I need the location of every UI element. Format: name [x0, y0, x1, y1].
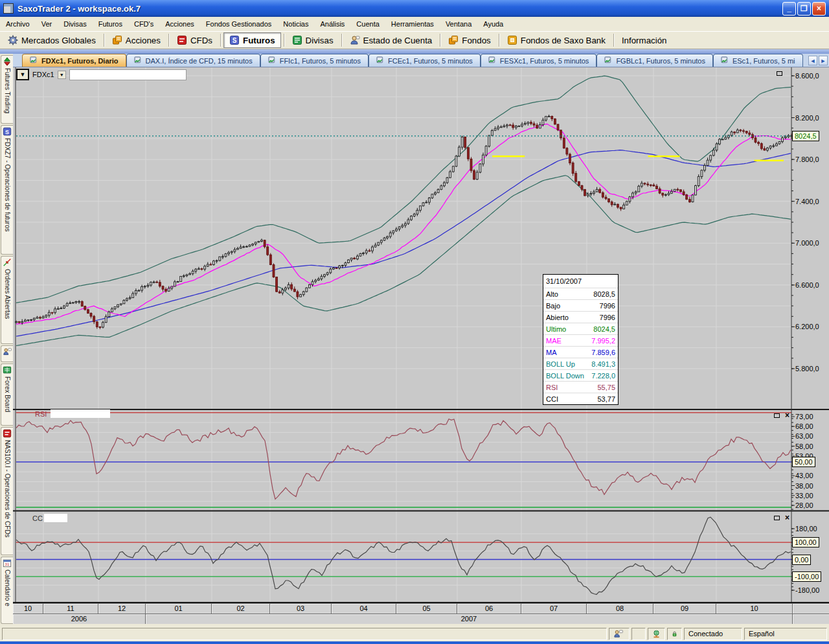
- svg-text:7.800,0: 7.800,0: [795, 155, 819, 163]
- menu-item-acciones[interactable]: Acciones: [159, 17, 200, 30]
- sidebar-tab-user[interactable]: [1, 345, 13, 362]
- toolbar-label: Mercados Globales: [21, 36, 96, 45]
- menu-item-cfd-s[interactable]: CFD's: [128, 17, 159, 30]
- cfd-icon: [3, 429, 12, 438]
- network-icon[interactable]: [648, 628, 665, 640]
- stocks-icon: [112, 35, 122, 45]
- sidebar-tab-forex-board[interactable]: Forex Board: [1, 363, 13, 426]
- svg-text:180,00: 180,00: [795, 525, 817, 533]
- toolbar-separator: [499, 34, 499, 47]
- menu-item-ver[interactable]: Ver: [36, 17, 58, 30]
- toolbar-button-futuros[interactable]: SFuturos: [223, 32, 281, 48]
- toolbar-button-acciones[interactable]: Acciones: [107, 33, 166, 47]
- tab-chart-icon: [376, 56, 385, 65]
- rsi-indicator-inputbox[interactable]: [51, 409, 110, 418]
- toolbar-button-estado-de-cuenta[interactable]: Estado de Cuenta: [345, 33, 438, 47]
- lock-icon: [667, 628, 682, 640]
- menu-item-divisas[interactable]: Divisas: [58, 17, 92, 30]
- toolbar-button-fondos[interactable]: Fondos: [443, 33, 495, 47]
- chart-tab-bar: FDXc1, Futuros, DiarioDAX.I, Índice de C…: [13, 54, 829, 67]
- month-cell: 09: [653, 604, 716, 614]
- chart-tab-label: FDXc1, Futuros, Diario: [41, 57, 119, 65]
- cci-pane-close-button[interactable]: ×: [782, 513, 792, 522]
- window-top-strip: [0, 49, 829, 54]
- chat-user-icon[interactable]: [609, 628, 630, 640]
- tab-chart-icon: [30, 56, 38, 65]
- sidebar-tab-calendario-e[interactable]: 31Calendario e: [1, 557, 13, 624]
- tab-scroll-left-button[interactable]: ◄: [808, 56, 817, 65]
- language-indicator[interactable]: Español: [744, 628, 827, 640]
- tooltip-row-label: CCI: [546, 395, 558, 403]
- month-cell: 04: [332, 604, 396, 614]
- sidebar-tab-fdxz7-operaciones-de-futuros[interactable]: SFDXZ7 - Operaciones de futuros: [1, 125, 13, 255]
- sidebar-tab-nas100-i-operaciones-de-cfds[interactable]: NAS100.I - Operaciones de CFDs: [1, 427, 13, 555]
- futures-icon: S: [3, 127, 12, 136]
- chart-tab-fesxc1[interactable]: FESXc1, Futuros, 5 minutos: [481, 54, 597, 67]
- toolbar-label: Información: [622, 36, 667, 45]
- rsi-pane-close-button[interactable]: ×: [782, 411, 792, 419]
- cci-indicator-inputbox[interactable]: [44, 514, 67, 522]
- svg-text:6.600,0: 6.600,0: [795, 281, 819, 289]
- toolbar-separator: [220, 34, 221, 47]
- cci-level-box: 100,00: [792, 537, 819, 547]
- sidebar-tab-futures-trading[interactable]: Futures Trading: [1, 55, 13, 124]
- svg-text:43,00: 43,00: [795, 472, 813, 479]
- tab-chart-icon: [134, 56, 142, 65]
- menu-item-archivo[interactable]: Archivo: [0, 17, 36, 30]
- symbol-dropdown-icon[interactable]: ▼: [58, 71, 66, 79]
- toolbar-button-cfds[interactable]: CFDs: [172, 33, 218, 47]
- year-cell: 2007: [146, 614, 793, 624]
- cci-pane-restore-button[interactable]: [772, 514, 782, 522]
- left-sidebar: Futures TradingSFDXZ7 - Operaciones de f…: [0, 54, 13, 624]
- status-message-panel: [2, 628, 607, 640]
- tab-chart-icon: [721, 56, 729, 65]
- toolbar-separator: [613, 34, 614, 47]
- toolbar-button-mercados-globales[interactable]: Mercados Globales: [3, 33, 101, 47]
- tooltip-row-label: Bajo: [546, 302, 560, 310]
- sidebar-tab-ordenes-abiertas[interactable]: Ordenes Abiertas: [1, 256, 13, 344]
- minimize-button[interactable]: _: [782, 2, 796, 16]
- chart-tab-fdxc1[interactable]: FDXc1, Futuros, Diario: [22, 54, 126, 67]
- chart-tab-fgblc1[interactable]: FGBLc1, Futuros, 5 minutos: [596, 54, 713, 67]
- tooltip-row-boll-up: BOLL Up8.491,3: [543, 358, 618, 369]
- chart-tab-esc1[interactable]: ESc1, Futuros, 5 mi: [713, 54, 803, 67]
- tooltip-row-label: Ultimo: [546, 325, 566, 333]
- menu-item-an-lisis[interactable]: Análisis: [314, 17, 350, 30]
- main-pane-restore-button[interactable]: [775, 69, 784, 78]
- month-cell: 12: [98, 604, 146, 614]
- workspace: Futures TradingSFDXZ7 - Operaciones de f…: [0, 54, 829, 624]
- toolbar-button-divisas[interactable]: Divisas: [287, 33, 339, 47]
- tab-chart-icon: [268, 56, 277, 65]
- chart-tab-dax-i[interactable]: DAX.I, Índice de CFD, 15 minutos: [126, 54, 260, 67]
- svg-text:S: S: [233, 37, 237, 44]
- menu-item-futuros[interactable]: Futuros: [93, 17, 128, 30]
- months-row: 10111201020304050607080910: [13, 603, 829, 614]
- menu-item-ventana[interactable]: Ventana: [440, 17, 477, 30]
- connection-status: Conectado: [684, 628, 742, 640]
- menu-item-noticias[interactable]: Noticias: [277, 17, 314, 30]
- futures-icon: S: [229, 35, 240, 45]
- sidebar-tab-label: Ordenes Abiertas: [4, 269, 11, 319]
- chart-tab-fcec1[interactable]: FCEc1, Futuros, 5 minutos: [369, 54, 481, 67]
- toolbar-button-informaci-n[interactable]: Información: [617, 34, 672, 47]
- restore-button[interactable]: ❒: [797, 2, 811, 16]
- sidebar-tab-label: NAS100.I - Operaciones de CFDs: [4, 440, 11, 538]
- tab-scroll-right-button[interactable]: ►: [819, 56, 828, 65]
- rsi-pane-restore-button[interactable]: [772, 411, 782, 420]
- close-button[interactable]: ×: [812, 2, 826, 16]
- chart-dropdown-button[interactable]: ▼: [16, 69, 29, 80]
- menu-item-ayuda[interactable]: Ayuda: [477, 17, 509, 30]
- tooltip-row-label: Abierto: [546, 314, 569, 321]
- chart-tab-label: DAX.I, Índice de CFD, 15 minutos: [146, 57, 253, 65]
- tooltip-row-ultimo: Ultimo8024,5: [543, 323, 618, 334]
- svg-text:28,00: 28,00: [795, 501, 813, 509]
- menu-item-cuenta[interactable]: Cuenta: [350, 17, 385, 30]
- cfd-icon: [177, 35, 187, 45]
- chart-tab-ffic1[interactable]: FFIc1, Futuros, 5 minutos: [260, 54, 369, 67]
- symbol-input[interactable]: [69, 69, 187, 80]
- data-tooltip: 31/10/2007 Alto8028,5Bajo7996Abierto7996…: [543, 274, 619, 405]
- menu-item-herramientas[interactable]: Herramientas: [385, 17, 440, 30]
- toolbar-button-fondos-de-saxo-bank[interactable]: Fondos de Saxo Bank: [502, 33, 611, 47]
- menu-item-fondos-gestionados[interactable]: Fondos Gestionados: [200, 17, 278, 30]
- chart-window: FDXc1, Futuros, DiarioDAX.I, Índice de C…: [13, 54, 829, 624]
